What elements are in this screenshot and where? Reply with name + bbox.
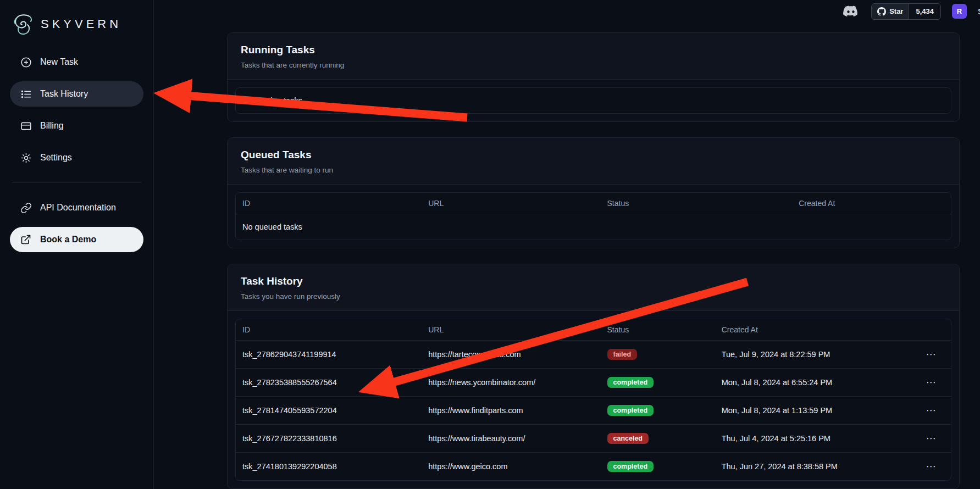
task-created-at: Mon, Jul 8, 2024 at 1:13:59 PM (715, 406, 912, 415)
column-header-status: Status (601, 325, 715, 334)
row-actions-button[interactable]: ⋯ (926, 462, 937, 471)
sidebar-divider (12, 182, 141, 183)
gear-icon (20, 152, 32, 164)
row-actions-button[interactable]: ⋯ (926, 434, 937, 443)
column-header-created-at: Created At (715, 325, 912, 334)
status-badge: completed (607, 405, 654, 416)
row-actions-button[interactable]: ⋯ (926, 349, 937, 359)
column-header-id: ID (236, 199, 422, 208)
sidebar-item-settings[interactable]: Settings (10, 145, 143, 170)
status-badge: completed (607, 377, 654, 388)
avatar[interactable]: R (952, 4, 967, 19)
task-id: tsk_278147405593572204 (236, 406, 422, 415)
topbar: Star 5,434 R S (154, 0, 980, 23)
column-header-created-at: Created At (792, 199, 951, 208)
empty-state: No queued tasks (236, 214, 951, 240)
column-header-url: URL (422, 325, 600, 334)
brand-logo: SKYVERN (10, 10, 143, 49)
sidebar: SKYVERN New Task Task History Billing Se… (0, 0, 154, 489)
task-url: https://www.tirabeauty.com/ (422, 434, 600, 443)
credit-card-icon (20, 120, 32, 132)
github-star-label: Star (889, 7, 903, 15)
task-url: https://tartecosmetics.com (422, 350, 600, 359)
user-name-cut: S (978, 7, 980, 16)
section-subtitle: Tasks that are waiting to run (241, 166, 946, 174)
column-header-url: URL (422, 199, 600, 208)
task-url: https://www.geico.com (422, 462, 600, 471)
sidebar-item-label: Billing (40, 121, 64, 131)
sidebar-item-book-a-demo[interactable]: Book a Demo (10, 227, 143, 252)
discord-icon[interactable] (841, 4, 860, 19)
plus-circle-icon (20, 56, 32, 68)
task-id: tsk_274180139292204058 (236, 462, 422, 471)
table-row[interactable]: tsk_276727822333810816 https://www.tirab… (236, 425, 951, 453)
column-header-id: ID (236, 325, 422, 334)
table-header-row: ID URL Status Created At (236, 193, 951, 214)
sidebar-item-label: Settings (40, 153, 72, 163)
task-history-header: Task History Tasks you have run previous… (228, 264, 959, 311)
task-url: https://news.ycombinator.com/ (422, 378, 600, 387)
row-actions-button[interactable]: ⋯ (926, 377, 937, 387)
sidebar-item-billing[interactable]: Billing (10, 113, 143, 138)
skyvern-dragon-icon (11, 13, 35, 35)
sidebar-item-label: Task History (40, 89, 88, 99)
task-history-table: ID URL Status Created At tsk_27862904374… (235, 319, 951, 481)
running-tasks-header: Running Tasks Tasks that are currently r… (228, 33, 959, 80)
github-star-count: 5,434 (909, 4, 940, 19)
section-title: Running Tasks (241, 44, 946, 56)
empty-state: No running tasks (236, 88, 951, 113)
section-title: Queued Tasks (241, 149, 946, 161)
sidebar-item-api-documentation[interactable]: API Documentation (10, 195, 143, 220)
status-badge: canceled (607, 433, 649, 444)
running-tasks-card: Running Tasks Tasks that are currently r… (227, 32, 960, 122)
main-area: Star 5,434 R S Running Tasks Tasks that … (154, 0, 980, 489)
table-row[interactable]: tsk_278147405593572204 https://www.findi… (236, 397, 951, 425)
sidebar-item-label: New Task (40, 57, 78, 67)
task-created-at: Mon, Jul 8, 2024 at 6:55:24 PM (715, 378, 912, 387)
external-link-icon (20, 234, 32, 246)
task-id: tsk_278629043741199914 (236, 350, 422, 359)
task-history-card: Task History Tasks you have run previous… (227, 264, 960, 489)
status-badge: failed (607, 349, 638, 360)
list-icon (20, 88, 32, 100)
task-url: https://www.finditparts.com (422, 406, 600, 415)
table-row[interactable]: tsk_278629043741199914 https://tartecosm… (236, 341, 951, 369)
task-created-at: Tue, Jul 9, 2024 at 8:22:59 PM (715, 350, 912, 359)
section-title: Task History (241, 275, 946, 287)
task-created-at: Thu, Jul 4, 2024 at 5:25:16 PM (715, 434, 912, 443)
column-header-status: Status (601, 199, 793, 208)
github-star-button[interactable]: Star 5,434 (871, 3, 941, 20)
section-subtitle: Tasks you have run previously (241, 292, 946, 301)
sidebar-item-task-history[interactable]: Task History (10, 81, 143, 107)
running-tasks-table: No running tasks (235, 87, 951, 114)
queued-tasks-header: Queued Tasks Tasks that are waiting to r… (228, 138, 959, 185)
brand-name: SKYVERN (41, 17, 121, 31)
table-row[interactable]: tsk_278235388555267564 https://news.ycom… (236, 369, 951, 397)
link-icon (20, 202, 32, 214)
github-icon (877, 7, 886, 16)
task-id: tsk_276727822333810816 (236, 434, 422, 443)
section-subtitle: Tasks that are currently running (241, 61, 946, 69)
sidebar-item-label: API Documentation (40, 203, 116, 213)
table-header-row: ID URL Status Created At (236, 319, 951, 341)
queued-tasks-table: ID URL Status Created At No queued tasks (235, 192, 951, 240)
queued-tasks-card: Queued Tasks Tasks that are waiting to r… (227, 137, 960, 248)
task-created-at: Thu, Jun 27, 2024 at 8:38:58 PM (715, 462, 912, 471)
status-badge: completed (607, 461, 654, 472)
task-id: tsk_278235388555267564 (236, 378, 422, 387)
history-table-body: tsk_278629043741199914 https://tartecosm… (236, 341, 951, 480)
sidebar-item-new-task[interactable]: New Task (10, 49, 143, 75)
row-actions-button[interactable]: ⋯ (926, 405, 937, 415)
table-row[interactable]: tsk_274180139292204058 https://www.geico… (236, 453, 951, 480)
sidebar-item-label: Book a Demo (40, 235, 96, 244)
